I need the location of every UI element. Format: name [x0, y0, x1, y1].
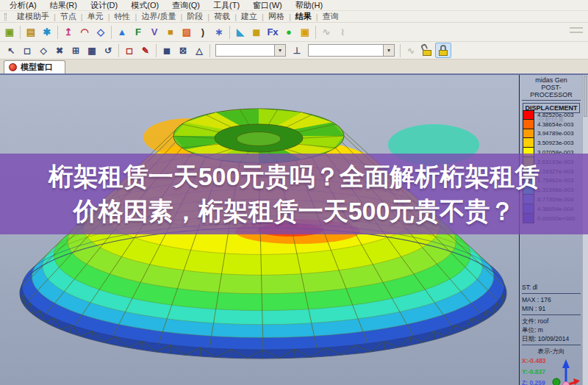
toolbar-tab-2[interactable]: 单元	[83, 11, 108, 22]
axis-icon-slot: ⊥	[289, 43, 305, 57]
menu-item-1[interactable]: 结果(R)	[43, 0, 84, 11]
zoom-window-icon[interactable]: ◻	[121, 43, 137, 57]
toolbar-tab-5[interactable]: 阶段	[182, 11, 207, 22]
menu-item-4[interactable]: 查询(Q)	[165, 0, 207, 11]
unselect-all-icon[interactable]: ⊠	[175, 43, 191, 57]
plane-stress-icon[interactable]: ◣	[232, 25, 248, 40]
solid-stress-icon[interactable]: ◼	[248, 25, 265, 40]
toolbar-tab-0[interactable]: 建模助手	[12, 11, 54, 22]
search-displacement-icon[interactable]: ◇	[93, 25, 109, 40]
tab-label: 模型窗口	[21, 62, 53, 73]
toolbar-tab-8[interactable]: 网格	[264, 11, 289, 22]
file-label: 文件: roof	[522, 317, 581, 325]
beam-stress-icon[interactable]: ■	[162, 25, 179, 40]
unselect-window-icon[interactable]: ◼	[159, 43, 175, 57]
select-previous-icon[interactable]: ↺	[100, 43, 116, 57]
toolbar-tab-4[interactable]: 边界/质量	[137, 11, 180, 22]
select-intersect-icon[interactable]: ✖	[51, 43, 68, 57]
node-dynamic-icon[interactable]: ●	[281, 25, 297, 40]
legend-row-3: 3.50923e-003	[523, 138, 581, 148]
post-processor-label: POST-PROCESSOR	[522, 84, 581, 98]
legend-row-1: 4.38654e-003	[523, 120, 581, 129]
menu-item-5[interactable]: 工具(T)	[207, 0, 246, 11]
legend-swatch	[523, 138, 534, 148]
view-direction-label: 表示-方向	[522, 347, 581, 356]
zoom-dynamic-icon[interactable]: ✎	[137, 43, 154, 57]
select-single-icon[interactable]: ↖	[3, 43, 19, 57]
view-direction-values: X:-0.483 Y:-0.837 Z: 0.259	[522, 356, 581, 385]
flight-path-icon: ∿	[403, 43, 419, 57]
tab-toolbar: 建模助手|节点|单元|特性|边界/质量|阶段|荷载|建立|网格|结果|查询	[0, 11, 588, 23]
legend-row-0: 4.82520e-003	[523, 110, 581, 120]
path-icon-slot: ∿	[403, 43, 419, 57]
app-name: midas Gen	[522, 76, 581, 84]
unlock-icon	[422, 45, 432, 56]
ucs-combobox[interactable]: ▾	[308, 44, 395, 57]
midas-logo-icon	[9, 63, 17, 71]
align-axis-icon[interactable]: ⊥	[289, 43, 305, 57]
result-info: ST: dl MAX : 176 MIN : 91 文件: roof 单位: m…	[522, 283, 581, 385]
toolbar-tab-7[interactable]: 建立	[237, 11, 262, 22]
workspace-icon[interactable]: ▣	[1, 25, 18, 40]
influence-curve-icon[interactable]: )	[195, 25, 211, 40]
axis-triad-icon	[551, 357, 581, 385]
menu-item-6[interactable]: 窗口(W)	[246, 0, 289, 11]
date-label: 日期: 10/09/2014	[522, 334, 581, 343]
plate-stress-icon[interactable]: ▨	[179, 25, 195, 40]
select-icons-left: ↖◻◇✖⊞▦↺◻✎◼⊠△	[3, 43, 212, 57]
legend-value: 3.94789e-003	[537, 130, 573, 137]
influence-line-icon: ∿	[318, 25, 334, 40]
toolbar-grip[interactable]	[4, 13, 7, 21]
menu-item-7[interactable]: 帮助(H)	[289, 0, 329, 11]
select-polygon-icon[interactable]: ◇	[35, 43, 51, 57]
menu-item-3[interactable]: 模式(O)	[124, 0, 165, 11]
menu-bar: 分析(A)结果(R)设计(D)模式(O)查询(Q)工具(T)窗口(W)帮助(H)	[0, 0, 588, 11]
toolbar-overflow-grip[interactable]	[570, 27, 583, 36]
select-identity-icon[interactable]: ⊞	[68, 43, 84, 57]
chevron-down-icon[interactable]: ▾	[383, 45, 394, 56]
toolbar-tab-9[interactable]: 结果	[291, 11, 316, 22]
legend-swatch	[523, 120, 534, 129]
lock-model-button[interactable]	[435, 43, 451, 58]
menu-item-0[interactable]: 分析(A)	[3, 0, 43, 11]
promo-overlay: 桁架租赁一天500元贵吗？全面解析桁架租赁 价格因素，桁架租赁一天500元贵不贵…	[0, 154, 588, 234]
displacement-contour-icon[interactable]: ▲	[114, 25, 130, 40]
beam-diagram-icon[interactable]: V	[146, 25, 162, 40]
legend-row-2: 3.94789e-003	[523, 129, 581, 139]
named-plane-combobox[interactable]: ▾	[215, 44, 286, 57]
toolbar-tab-10[interactable]: 查询	[318, 11, 343, 22]
scrollbar-thumb[interactable]	[584, 76, 587, 117]
moving-path-icon: ≀	[334, 25, 351, 40]
result-cube-icon[interactable]: ▣	[297, 25, 313, 40]
legend-value: 4.82520e-003	[537, 112, 573, 118]
select-toolbar: ↖◻◇✖⊞▦↺◻✎◼⊠△ ▾ ⊥ ▾ ∿	[0, 42, 588, 60]
promo-line-2: 价格因素，桁架租赁一天500元贵不贵？	[74, 197, 515, 226]
menu-item-2[interactable]: 设计(D)	[84, 0, 124, 11]
works-tree-icon[interactable]: ▤	[23, 25, 39, 40]
toolbar-tab-3[interactable]: 特性	[110, 11, 135, 22]
legend-value: 4.38654e-003	[537, 121, 573, 128]
toolbar-tab-6[interactable]: 荷载	[209, 11, 234, 22]
load-step-label: ST: dl	[522, 283, 581, 292]
min-label: MIN : 91	[522, 304, 581, 313]
icon-toolbar: ▣▤✱↥◠◇▲FV■▨)∗◣◼Fx●▣∿≀	[0, 23, 588, 42]
animate-result-icon[interactable]: ✱	[39, 25, 55, 40]
select-all-icon[interactable]: ▦	[84, 43, 100, 57]
lock-icon	[438, 45, 448, 56]
local-direction-icon[interactable]: Fx	[265, 25, 281, 40]
max-label: MAX : 176	[522, 295, 581, 304]
hinge-status-icon[interactable]: ∗	[211, 25, 227, 40]
select-window-icon[interactable]: ◻	[19, 43, 35, 57]
truss-force-icon[interactable]: F	[130, 25, 146, 40]
window-tab-bar: 模型窗口	[0, 60, 588, 73]
unit-label: 单位: m	[522, 325, 581, 334]
toolbar-tab-1[interactable]: 节点	[56, 11, 81, 22]
unlock-model-button[interactable]	[419, 43, 435, 58]
select-plane-icon[interactable]: △	[191, 43, 207, 57]
reaction-forces-icon[interactable]: ↥	[60, 25, 76, 40]
legend-swatch	[523, 129, 534, 139]
legend-swatch	[523, 110, 534, 120]
tab-model-window[interactable]: 模型窗口	[4, 60, 65, 73]
deformed-shape-icon[interactable]: ◠	[76, 25, 93, 40]
chevron-down-icon[interactable]: ▾	[274, 45, 285, 56]
